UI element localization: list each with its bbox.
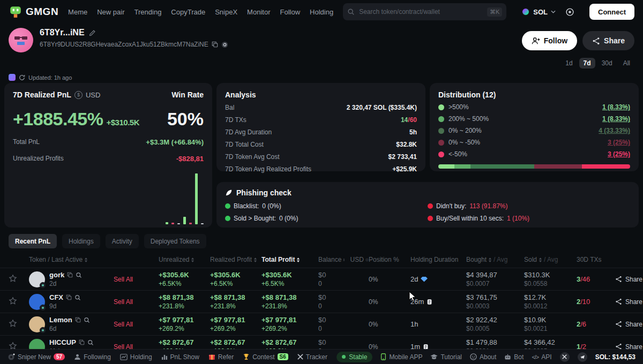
footer-bot[interactable]: Bot [504,353,524,361]
search-token-icon[interactable] [74,294,81,301]
stable-status[interactable]: Stable [337,352,372,362]
nav-item-holding[interactable]: Holding [310,8,333,16]
avg-profit-label: 7D Token Avg Realized Profits [225,165,311,173]
footer-pnl-show[interactable]: PnL Show [161,353,199,361]
token-cell[interactable]: Lemon 6d [29,316,114,332]
header-unrealized[interactable]: Unrealized [159,256,210,263]
header-balance[interactable]: Balance USD [318,256,369,263]
footer-about[interactable]: About [470,353,496,361]
usd-coin-icon[interactable]: $ [74,91,83,99]
txs-cell: 2/6 [577,320,615,328]
row-share-button[interactable]: Share [615,276,642,283]
connect-button[interactable]: Connect [589,4,634,20]
sort-icon [253,257,257,263]
search-token-icon[interactable] [87,339,94,346]
filter-all[interactable]: All [619,58,634,69]
copy-icon[interactable] [79,339,85,345]
share-icon [615,298,622,305]
table-row: CFX 9d Sell All +$8 871,38+231.8% +$8 87… [0,290,643,313]
share-button[interactable]: Share [582,31,634,50]
logo-text: GMGN [26,6,58,18]
nav-item-trending[interactable]: Trending [134,8,162,16]
nav-item-monitor[interactable]: Monitor [247,8,270,16]
updated-text: Updated: 1h ago [28,74,72,81]
header-position[interactable]: Position % [369,256,410,263]
search-token-icon[interactable] [76,272,82,278]
dist-value-link[interactable]: 3 (25%) [608,150,630,158]
dist-value-link[interactable]: 1 (8.33%) [602,103,630,111]
search-input[interactable] [359,8,483,16]
nav-item-new-pair[interactable]: New pair [97,8,124,16]
realized-pnl-usd: +$310.5K [107,118,139,127]
search-bar[interactable]: ⌘K [343,3,506,20]
sell-all-button[interactable]: Sell All [114,276,133,283]
chain-selector[interactable]: SOL [521,7,556,16]
currency-toggle[interactable]: USD [86,91,100,99]
copy-icon[interactable] [212,41,218,48]
footer-contest[interactable]: ContestS6 [243,353,288,361]
mini-alien-icon [9,74,16,81]
nav-item-snipex[interactable]: SnipeX [215,8,237,16]
dist-value-link[interactable]: 3 (25%) [608,139,630,146]
follow-button[interactable]: Follow [522,31,577,50]
settings-icon[interactable] [565,7,574,17]
gmgn-logo[interactable]: GMGN [9,5,58,19]
footer-refer[interactable]: Refer [208,353,234,361]
copy-icon[interactable] [67,272,73,278]
edit-pencil-icon[interactable] [89,29,96,36]
unrealized-cell: +$8 871,38+231.8% [159,293,210,310]
token-cell[interactable]: gork 2d [29,271,114,287]
nav-item-follow[interactable]: Follow [280,8,300,16]
footer-mobile-app[interactable]: Mobile APP [380,353,422,361]
footer-tutorial[interactable]: Tutorial [430,353,462,361]
footer-following[interactable]: Following [74,353,111,361]
filter-1d[interactable]: 1d [561,58,577,69]
footer-sniper[interactable]: Sniper New57 [8,353,65,361]
header-realized[interactable]: Realized Profit [210,256,261,263]
dist-value-link[interactable]: 1 (8.33%) [602,115,630,123]
profile-header: 6T8Yr...iNE 6T8Yr9DUUS2R8GHevaeaZcoxA1Jk… [0,24,643,69]
footer-api[interactable]: </> API [532,353,551,361]
filter-7d[interactable]: 7d [579,58,595,69]
tab-holdings[interactable]: Holdings [62,234,100,248]
recent-pnl-table: Token / Last Active Unrealized Realized … [0,252,643,358]
header-bought[interactable]: Bought/ Avg [466,256,524,263]
nav-item-copytrade[interactable]: CopyTrade [171,8,205,16]
x-circle-icon[interactable] [560,352,570,362]
red-dot-icon [428,203,433,209]
tab-recent-pnl[interactable]: Recent PnL [9,234,57,248]
copy-icon[interactable] [75,317,81,323]
sell-all-button[interactable]: Sell All [114,321,133,328]
sort-icon [539,257,542,263]
dist-value-link[interactable]: 4 (33.33%) [599,127,630,134]
star-icon[interactable] [9,319,17,328]
alien-logo-icon [9,5,23,19]
sell-all-button[interactable]: Sell All [114,298,133,306]
search-token-icon[interactable] [84,317,90,323]
distribution-row: >500%1 (8.33%) [438,103,630,111]
header-holding-duration[interactable]: Holding Duration [410,256,466,263]
avg-cost-label: 7D Token Avg Cost [225,153,280,161]
tab-deployed-tokens[interactable]: Deployed Tokens [144,234,206,248]
telegram-icon[interactable] [578,352,587,362]
header-total-profit[interactable]: Total Profit [261,256,318,263]
star-icon[interactable] [9,274,17,283]
filter-30d[interactable]: 30d [597,58,617,69]
header-sold[interactable]: Sold/ Avg [524,256,577,263]
row-share-button[interactable]: Share [615,298,642,306]
quill-icon [225,189,233,196]
explorer-icon[interactable] [221,41,228,48]
row-share-button[interactable]: Share [615,321,642,328]
sort-icon [343,257,345,263]
footer-holding[interactable]: Holding [120,353,152,361]
phone-icon [380,353,386,360]
token-cell[interactable]: CFX 9d [29,293,114,310]
tab-activity[interactable]: Activity [106,234,139,248]
header-token[interactable]: Token / Last Active [29,256,114,263]
refresh-icon[interactable] [19,74,25,81]
header-30d-txs[interactable]: 30D TXs [577,256,615,263]
footer-tracker[interactable]: Tracker [297,353,327,361]
nav-item-meme[interactable]: Meme [68,8,87,16]
star-icon[interactable] [9,297,17,305]
copy-icon[interactable] [66,294,72,300]
